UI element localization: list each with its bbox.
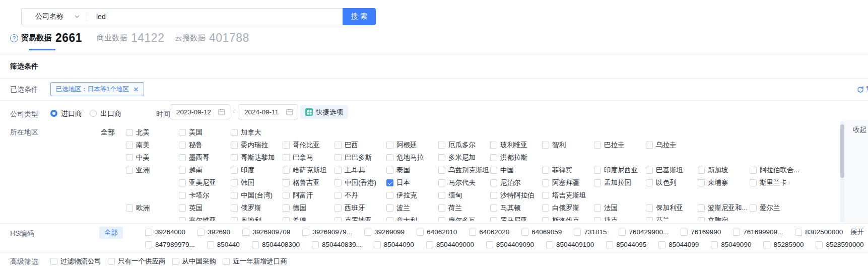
date-from-input[interactable]: 2023-09-12 (170, 104, 230, 119)
hs-code-checkbox[interactable]: 847989979... (145, 241, 195, 248)
hs-code-checkbox[interactable]: 64062020 (469, 228, 509, 236)
advanced-filter-checkbox[interactable]: 只有一个供应商 (108, 257, 166, 266)
country-checkbox[interactable]: 韩国 (231, 178, 283, 187)
country-checkbox[interactable]: 波兰 (386, 203, 438, 213)
country-checkbox[interactable]: 阿拉伯联合... (750, 166, 802, 175)
country-checkbox[interactable]: 墨西哥 (179, 153, 231, 162)
hs-code-checkbox[interactable]: 850440839... (312, 241, 362, 248)
advanced-filter-checkbox[interactable]: 从中国采购 (172, 257, 217, 266)
country-checkbox[interactable]: 秘鲁 (179, 141, 231, 150)
country-checkbox[interactable]: 巴拉圭 (594, 141, 646, 150)
tab-business-data[interactable]: 商业数据 14122 (97, 31, 164, 45)
country-checkbox[interactable]: 尼泊尔 (490, 178, 542, 187)
hs-code-checkbox[interactable]: 8504408300 (252, 241, 300, 248)
country-checkbox[interactable]: 塞尔维亚 (179, 216, 231, 221)
country-checkbox[interactable]: 多米尼加 (438, 153, 490, 162)
region-collapse-link[interactable]: 收起 (853, 125, 866, 134)
country-checkbox[interactable]: 危地马拉 (386, 153, 438, 162)
hs-code-checkbox[interactable]: 8528590000 (816, 241, 863, 248)
region-scrollbar-thumb[interactable] (840, 124, 844, 178)
country-checkbox[interactable]: 日本 (386, 178, 438, 187)
country-checkbox[interactable]: 卡塔尔 (179, 191, 231, 200)
country-checkbox[interactable]: 乌拉圭 (646, 141, 698, 150)
advanced-filter-checkbox[interactable]: 过滤物流公司 (50, 257, 101, 266)
country-checkbox[interactable]: 意大利 (386, 216, 438, 221)
country-checkbox[interactable]: 厄瓜多尔 (438, 141, 490, 150)
hs-code-checkbox[interactable]: 76169990 (681, 228, 721, 236)
hs-code-checkbox[interactable]: 850440 (207, 241, 240, 248)
reset-button[interactable]: 重置 (857, 85, 868, 94)
country-checkbox[interactable]: 泰国 (386, 166, 438, 175)
hs-code-checkbox[interactable]: 85044099 (658, 241, 699, 248)
country-checkbox[interactable]: 印度 (231, 166, 283, 175)
region-group-checkbox[interactable]: 中美 (126, 153, 179, 162)
selected-region-tag[interactable]: 已选地区：日本等1个地区 ✕ (50, 82, 144, 96)
country-checkbox[interactable]: 以色列 (646, 178, 698, 187)
radio-importer[interactable]: 进口商 (50, 109, 82, 118)
search-button[interactable]: 搜 索 (343, 8, 376, 25)
hs-code-checkbox[interactable]: 731815 (574, 228, 607, 236)
hs-code-checkbox[interactable]: 85044095 (606, 241, 646, 248)
tab-cloud-search-data[interactable]: 云搜数据 401788 (175, 31, 249, 45)
country-checkbox[interactable]: 哥伦比亚 (283, 141, 335, 150)
search-input[interactable]: led (87, 13, 343, 21)
country-checkbox[interactable]: 斯洛伐克 (542, 216, 594, 221)
country-checkbox[interactable]: 捷克 (594, 216, 646, 221)
hs-code-checkbox[interactable]: 761699909... (733, 228, 783, 236)
hs-code-checkbox[interactable]: 3926909709 (242, 228, 290, 236)
country-checkbox[interactable]: 荷兰 (438, 203, 490, 213)
advanced-filter-checkbox[interactable]: 近一年新增进口商 (223, 257, 287, 266)
country-checkbox[interactable]: 希腊 (283, 216, 335, 221)
radio-exporter[interactable]: 出口商 (90, 109, 121, 118)
country-checkbox[interactable]: 越南 (179, 166, 231, 175)
country-checkbox[interactable]: 土耳其 (335, 166, 386, 175)
country-checkbox[interactable]: 波斯尼亚和... (698, 203, 750, 213)
country-checkbox[interactable]: 芬兰 (646, 216, 698, 221)
country-checkbox[interactable]: 新加坡 (698, 166, 750, 175)
hs-code-checkbox[interactable]: 39269099 (364, 228, 405, 236)
hs-code-checkbox[interactable]: 64069059 (521, 228, 562, 236)
country-checkbox[interactable]: 斯里兰卡 (750, 178, 802, 187)
country-checkbox[interactable]: 智利 (542, 141, 594, 150)
search-category-dropdown[interactable]: 公司名称 (22, 12, 87, 21)
hs-code-checkbox[interactable]: 39264000 (145, 228, 185, 236)
country-checkbox[interactable]: 马尔代夫 (438, 178, 490, 187)
country-checkbox[interactable]: 摩尔多瓦 (438, 216, 490, 221)
region-group-checkbox[interactable]: 北美 (126, 128, 179, 137)
tab-trade-data[interactable]: ? 贸易数据 2661 (10, 31, 82, 45)
country-checkbox[interactable]: 立陶宛 (698, 216, 750, 221)
country-checkbox[interactable]: 巴拿马 (283, 153, 335, 162)
country-checkbox[interactable]: 奥地利 (231, 216, 283, 221)
country-checkbox[interactable]: 中国(台湾) (231, 191, 283, 200)
country-checkbox[interactable]: 菲律宾 (542, 166, 594, 175)
country-checkbox[interactable]: 英国 (179, 203, 231, 213)
country-checkbox[interactable]: 孟加拉国 (594, 178, 646, 187)
country-checkbox[interactable]: 玻利维亚 (490, 141, 542, 150)
country-checkbox[interactable]: 中国(香港) (335, 178, 386, 187)
country-checkbox[interactable]: 美国 (179, 128, 231, 137)
region-group-checkbox[interactable]: 南美 (126, 141, 179, 150)
quick-options-button[interactable]: 快捷选项 (300, 105, 348, 119)
hs-code-checkbox[interactable]: 8302500000 (795, 228, 843, 236)
hs-code-checkbox[interactable]: 85049090 (711, 241, 751, 248)
country-checkbox[interactable]: 缅甸 (438, 191, 490, 200)
hs-code-checkbox[interactable]: 85044090 (374, 241, 414, 248)
hs-code-checkbox[interactable]: 85285900 (763, 241, 804, 248)
country-checkbox[interactable]: 加拿大 (231, 128, 283, 137)
hs-code-checkbox[interactable]: 8504409000 (426, 241, 474, 248)
hs-all-button[interactable]: 全部 (99, 227, 123, 239)
region-group-checkbox[interactable]: 欧洲 (126, 203, 179, 213)
country-checkbox[interactable]: 阿根廷 (386, 141, 438, 150)
country-checkbox[interactable]: 爱尔兰 (750, 203, 802, 213)
country-checkbox[interactable]: 阿富汗 (283, 191, 335, 200)
country-checkbox[interactable]: 马其顿 (490, 203, 542, 213)
country-checkbox[interactable]: 巴基斯坦 (646, 166, 698, 175)
hs-code-checkbox[interactable]: 8504409100 (546, 241, 594, 248)
country-checkbox[interactable]: 巴巴多斯 (335, 153, 386, 162)
country-checkbox[interactable]: 德国 (283, 203, 335, 213)
country-checkbox[interactable]: 印度尼西亚 (594, 166, 646, 175)
country-checkbox[interactable]: 罗马尼亚 (490, 216, 542, 221)
country-checkbox[interactable]: 委内瑞拉 (231, 141, 283, 150)
country-checkbox[interactable]: 中国 (490, 166, 542, 175)
country-checkbox[interactable]: 乌兹别克斯坦 (438, 166, 490, 175)
